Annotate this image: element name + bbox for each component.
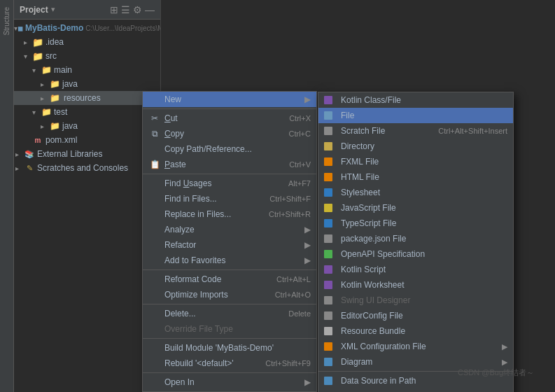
tree-item-scratches[interactable]: ▸ ✎ Scratches and Consoles	[14, 161, 160, 175]
ctx-reformat[interactable]: Reformat Code Ctrl+Alt+L	[143, 272, 316, 287]
tree-item-idea[interactable]: ▸ 📁 .idea	[14, 35, 160, 49]
libs-icon: 📚	[24, 149, 35, 159]
sub-kotlin-script[interactable]: Kotlin Script	[318, 262, 513, 277]
sub-js[interactable]: JavaScript File	[318, 200, 513, 216]
ctx-copy-path[interactable]: Copy Path/Reference...	[143, 141, 316, 157]
sub-label: TypeScript File	[341, 218, 507, 228]
ctx-copy[interactable]: ⧉ Copy Ctrl+C	[143, 126, 316, 141]
ctx-rebuild[interactable]: Rebuild '<default>' Ctrl+Shift+F9	[143, 356, 316, 371]
ctx-add-favorites[interactable]: Add to Favorites ▶	[143, 253, 316, 268]
tree-item-java-test[interactable]: ▸ 📁 java	[14, 119, 160, 133]
tree-item-mybatis-demo[interactable]: ▾ ◼ MyBatis-Demo C:\User...\IdeaProjects…	[14, 21, 160, 35]
copy-icon: ⧉	[148, 129, 161, 139]
sub-label: XML Configuration File	[341, 342, 502, 351]
shortcut: Ctrl+Alt+L	[276, 275, 311, 284]
ctx-refactor[interactable]: Refactor ▶	[143, 237, 316, 253]
submenu-arrow: ▶	[304, 225, 311, 234]
tree-item-external-libs[interactable]: ▸ 📚 External Libraries	[14, 147, 160, 161]
sub-label: Diagram	[341, 357, 502, 367]
ctx-build-module[interactable]: Build Module 'MyBatis-Demo'	[143, 340, 316, 356]
tree-item-java-main[interactable]: ▸ 📁 java	[14, 77, 160, 91]
ctx-label: Replace in Files...	[164, 209, 263, 219]
sub-html[interactable]: HTML File	[318, 169, 513, 185]
sub-xml-config[interactable]: XML Configuration File ▶	[318, 339, 513, 354]
ctx-cut[interactable]: ✂ Cut Ctrl+X	[143, 111, 316, 126]
tree-label: pom.xml	[45, 135, 77, 145]
tree-item-resources[interactable]: ▸ 📁 resources	[14, 91, 160, 105]
panel-dropdown[interactable]: ▾	[51, 5, 55, 14]
sub-ts[interactable]: TypeScript File	[318, 216, 513, 231]
sub-label: File	[341, 111, 507, 120]
sub-kotlin-class[interactable]: Kotlin Class/File	[318, 92, 513, 108]
ide-container: Structure Project ▾ ⊞ ☰ ⚙ — ▾ ◼ MyBatis-…	[0, 0, 555, 392]
scratch-icon	[324, 127, 337, 135]
sub-label: Scratch File	[341, 126, 438, 136]
sub-fxml[interactable]: FXML File	[318, 154, 513, 169]
datasrc-icon	[324, 377, 337, 385]
layout-icon[interactable]: ☰	[121, 4, 130, 15]
css-icon	[324, 188, 337, 197]
sub-stylesheet[interactable]: Stylesheet	[318, 185, 513, 200]
ctx-open-in[interactable]: Open In ▶	[143, 374, 316, 390]
project-tree: ▾ ◼ MyBatis-Demo C:\User...\IdeaProjects…	[14, 20, 160, 392]
structure-tab[interactable]: Structure	[3, 7, 10, 36]
ctx-label: Copy Path/Reference...	[164, 144, 311, 154]
sub-kotlin-worksheet[interactable]: Kotlin Worksheet	[318, 277, 513, 293]
divider	[143, 372, 316, 373]
folder-icon: 📁	[41, 107, 52, 117]
tree-label: java	[62, 121, 78, 131]
js-icon	[324, 204, 337, 212]
expand-arrow: ▸	[41, 94, 49, 102]
sub-directory[interactable]: Directory	[318, 139, 513, 154]
sub-file[interactable]: File	[318, 108, 513, 123]
settings-icon[interactable]: ⚙	[133, 4, 142, 15]
ctx-find-files[interactable]: Find in Files... Ctrl+Shift+F	[143, 191, 316, 206]
ctx-label: Optimize Imports	[164, 290, 269, 300]
sub-label: Stylesheet	[341, 188, 507, 197]
shortcut: Ctrl+C	[289, 130, 311, 138]
sub-label: Kotlin Script	[341, 265, 507, 274]
submenu-arrow: ▶	[304, 240, 311, 250]
sub-label: Swing UI Designer	[341, 295, 507, 305]
ctx-label: Override File Type	[164, 324, 311, 334]
shortcut: Alt+F7	[288, 179, 311, 188]
ctx-analyze[interactable]: Analyze ▶	[143, 222, 316, 237]
ctx-label: New	[164, 94, 302, 104]
ctx-label: Reformat Code	[164, 274, 271, 284]
new-submenu: Kotlin Class/File File Scratch File Ctrl…	[318, 92, 514, 392]
ctx-label: Refactor	[164, 240, 302, 250]
folder-icon: 📁	[32, 37, 43, 47]
sub-http[interactable]: HTTP Request	[318, 388, 513, 392]
sub-editorconfig[interactable]: EditorConfig File	[318, 308, 513, 323]
cut-icon: ✂	[148, 113, 161, 123]
expand-arrow: ▸	[15, 164, 24, 172]
divider	[143, 108, 316, 109]
ctx-paste[interactable]: 📋 Paste Ctrl+V	[143, 157, 316, 172]
sources-folder-icon: 📁	[49, 79, 60, 89]
sub-scratch[interactable]: Scratch File Ctrl+Alt+Shift+Insert	[318, 123, 513, 139]
sync-icon[interactable]: ⊞	[110, 4, 118, 15]
tree-item-pom[interactable]: m pom.xml	[14, 133, 160, 147]
ctx-find-usages[interactable]: Find Usages Alt+F7	[143, 176, 316, 191]
shortcut: Ctrl+Shift+F9	[265, 359, 311, 368]
submenu-arrow: ▶	[304, 94, 311, 104]
tree-item-src[interactable]: ▾ 📁 src	[14, 49, 160, 63]
folder-icon: 📁	[41, 65, 52, 75]
tree-label: resources	[62, 93, 102, 103]
sub-label: Kotlin Worksheet	[341, 280, 507, 290]
kw-icon	[324, 281, 337, 289]
minimize-icon[interactable]: —	[145, 4, 155, 15]
ctx-new[interactable]: New ▶	[143, 92, 316, 107]
ctx-optimize[interactable]: Optimize Imports Ctrl+Alt+O	[143, 287, 316, 302]
sub-label: Kotlin Class/File	[341, 95, 507, 105]
tree-item-main[interactable]: ▾ 📁 main	[14, 63, 160, 77]
ctx-replace-files[interactable]: Replace in Files... Ctrl+Shift+R	[143, 206, 316, 222]
sub-package-json[interactable]: package.json File	[318, 231, 513, 246]
ctx-label: Find in Files...	[164, 194, 264, 204]
sub-openapi[interactable]: OpenAPI Specification	[318, 246, 513, 262]
ctx-override-type: Override File Type	[143, 321, 316, 337]
sub-resource-bundle[interactable]: Resource Bundle	[318, 323, 513, 339]
tree-item-test[interactable]: ▾ 📁 test	[14, 105, 160, 119]
ctx-delete[interactable]: Delete... Delete	[143, 306, 316, 321]
sub-label: JavaScript File	[341, 203, 507, 213]
